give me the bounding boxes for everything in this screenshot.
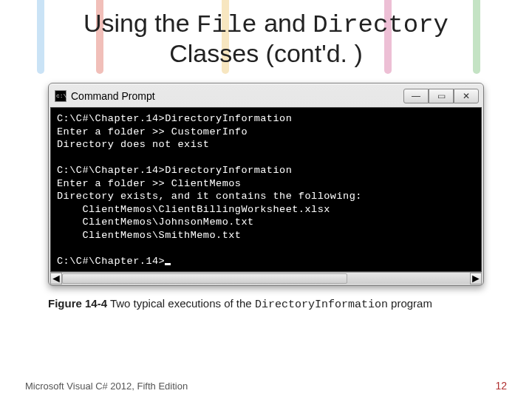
horizontal-scrollbar[interactable]: ◄ ►: [50, 272, 482, 284]
caption-before: Two typical executions of the: [107, 297, 255, 310]
title-mid: and: [257, 9, 313, 37]
figure-label: Figure 14-4: [48, 297, 107, 310]
caption-program: DirectoryInformation: [255, 299, 388, 311]
cmd-icon: [55, 90, 66, 102]
maximize-button[interactable]: ▭: [429, 89, 454, 103]
scroll-left-arrow-icon[interactable]: ◄: [50, 273, 62, 284]
console-output: C:\C#\Chapter.14>DirectoryInformation En…: [50, 107, 482, 272]
caption-after: program: [388, 297, 432, 310]
command-prompt-window: Command Prompt — ▭ ✕ C:\C#\Chapter.14>Di…: [48, 83, 484, 286]
scroll-track[interactable]: [62, 273, 470, 284]
title-mono-directory: Directory: [313, 11, 449, 39]
figure-caption: Figure 14-4 Two typical executions of th…: [48, 296, 484, 313]
cursor: [165, 263, 171, 265]
scroll-thumb[interactable]: [62, 273, 347, 284]
slide-title: Using the File and Directory Classes (co…: [0, 0, 532, 74]
title-prefix: Using the: [83, 9, 197, 37]
close-button[interactable]: ✕: [454, 89, 479, 103]
scroll-right-arrow-icon[interactable]: ►: [470, 273, 482, 284]
minimize-button[interactable]: —: [403, 89, 429, 103]
title-mono-file: File: [197, 11, 257, 39]
footer-book-title: Microsoft Visual C# 2012, Fifth Edition: [25, 381, 188, 392]
window-title: Command Prompt: [71, 90, 399, 102]
window-titlebar: Command Prompt — ▭ ✕: [50, 85, 482, 107]
title-line2: Classes (cont'd. ): [0, 39, 532, 68]
page-number: 12: [495, 380, 507, 392]
